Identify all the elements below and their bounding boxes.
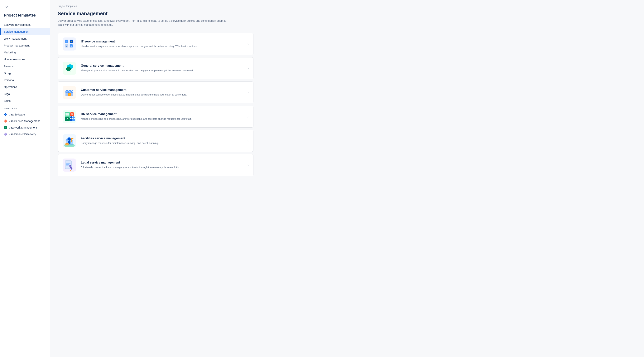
product-label-jira-product-discovery: Jira Product Discovery — [9, 133, 36, 136]
svg-text:☁: ☁ — [66, 40, 68, 43]
template-arrow-facilities-service-management: › — [248, 139, 249, 143]
product-item-jira-software[interactable]: Jira Software — [0, 111, 50, 118]
template-info-hr-service-management: HR service management Manage onboarding … — [81, 112, 244, 121]
sidebar-item-software-development[interactable]: Software development — [0, 21, 50, 28]
product-label-jira-software: Jira Software — [9, 113, 25, 116]
product-item-jira-work-management[interactable]: ✎ Jira Work Management — [0, 124, 50, 131]
sidebar-nav: Software developmentService managementWo… — [0, 21, 50, 104]
template-info-it-service-management: IT service management Handle service req… — [81, 40, 244, 48]
svg-text:A: A — [71, 45, 72, 47]
template-card-hr-service-management[interactable]: ✕ ✓ HR service management Manage onboard… — [58, 106, 254, 128]
sidebar-item-product-management[interactable]: Product management — [0, 42, 50, 49]
template-desc-hr-service-management: Manage onboarding and offboarding, answe… — [81, 117, 215, 121]
product-label-jira-work-management: Jira Work Management — [9, 126, 37, 129]
template-arrow-customer-service-management: › — [248, 91, 249, 95]
template-card-legal-service-management[interactable]: Legal service management Effortlessly cr… — [58, 154, 254, 176]
template-arrow-hr-service-management: › — [248, 115, 249, 119]
sidebar-item-operations[interactable]: Operations — [0, 84, 50, 91]
template-info-customer-service-management: Customer service management Deliver grea… — [81, 88, 244, 97]
template-info-general-service-management: General service management Manage all yo… — [81, 64, 244, 73]
template-name-general-service-management: General service management — [81, 64, 244, 68]
sidebar: ✕ Project templates Software development… — [0, 0, 50, 357]
sidebar-close-section: ✕ — [0, 4, 50, 13]
template-list: ☁ ⚡ ✓ A IT service management Handle ser… — [58, 33, 254, 176]
template-desc-customer-service-management: Deliver great service experiences fast w… — [81, 93, 215, 97]
svg-point-41 — [70, 116, 72, 119]
template-card-general-service-management[interactable]: General service management Manage all yo… — [58, 57, 254, 79]
main-content: Project templates Service management Del… — [50, 0, 644, 357]
sidebar-title: Project templates — [0, 13, 50, 21]
svg-rect-53 — [71, 138, 72, 142]
svg-rect-62 — [66, 163, 70, 164]
svg-rect-36 — [66, 113, 69, 114]
svg-point-26 — [68, 69, 69, 69]
sidebar-item-marketing[interactable]: Marketing — [0, 49, 50, 56]
template-desc-it-service-management: Handle service requests, resolve inciden… — [81, 44, 215, 48]
template-name-customer-service-management: Customer service management — [81, 88, 244, 92]
svg-rect-63 — [66, 164, 69, 165]
close-icon: ✕ — [5, 5, 8, 10]
template-arrow-it-service-management: › — [248, 42, 249, 46]
template-icon-facilities-service-management — [62, 134, 76, 148]
template-info-facilities-service-management: Facilities service management Easily man… — [81, 137, 244, 145]
svg-rect-33 — [68, 94, 70, 95]
product-item-jira-service-management[interactable]: Jira Service Management — [0, 118, 50, 124]
template-name-it-service-management: IT service management — [81, 40, 244, 43]
sidebar-item-human-resources[interactable]: Human resources — [0, 56, 50, 63]
sidebar-item-personal[interactable]: Personal — [0, 77, 50, 84]
svg-rect-38 — [66, 116, 69, 116]
svg-rect-64 — [66, 165, 68, 166]
template-arrow-legal-service-management: › — [248, 163, 249, 167]
template-icon-customer-service-management — [62, 86, 76, 99]
template-desc-legal-service-management: Effortlessly create, track and manage yo… — [81, 165, 215, 169]
svg-rect-44 — [72, 119, 75, 121]
svg-rect-8 — [63, 38, 76, 51]
template-card-customer-service-management[interactable]: Customer service management Deliver grea… — [58, 82, 254, 103]
template-card-facilities-service-management[interactable]: Facilities service management Easily man… — [58, 130, 254, 152]
product-icon-jira-service-management — [4, 119, 7, 123]
page-description: Deliver great service experiences fast. … — [58, 19, 230, 27]
product-item-jira-product-discovery[interactable]: Jira Product Discovery — [0, 131, 50, 137]
svg-text:✎: ✎ — [5, 127, 6, 129]
svg-text:✓: ✓ — [66, 45, 68, 47]
template-card-it-service-management[interactable]: ☁ ⚡ ✓ A IT service management Handle ser… — [58, 33, 254, 55]
svg-point-28 — [70, 69, 71, 69]
svg-text:⚡: ⚡ — [70, 40, 72, 43]
svg-text:✓: ✓ — [66, 117, 68, 121]
sidebar-item-service-management[interactable]: Service management — [0, 28, 50, 35]
svg-point-27 — [69, 69, 70, 69]
product-icon-jira-work-management: ✎ — [4, 126, 7, 129]
product-label-jira-service-management: Jira Service Management — [9, 120, 40, 123]
template-info-legal-service-management: Legal service management Effortlessly cr… — [81, 161, 244, 169]
template-icon-legal-service-management — [62, 158, 76, 172]
breadcrumb: Project templates — [58, 5, 254, 8]
products-section-label: PRODUCTS — [0, 104, 50, 111]
template-name-legal-service-management: Legal service management — [81, 161, 244, 164]
template-desc-general-service-management: Manage all your service requests in one … — [81, 69, 215, 73]
template-icon-general-service-management — [62, 61, 76, 75]
svg-point-51 — [68, 138, 71, 141]
sidebar-item-work-management[interactable]: Work management — [0, 35, 50, 42]
sidebar-item-sales[interactable]: Sales — [0, 97, 50, 104]
svg-rect-37 — [66, 114, 69, 115]
sidebar-item-design[interactable]: Design — [0, 70, 50, 77]
svg-text:✕: ✕ — [71, 113, 73, 116]
product-icon-jira-product-discovery — [4, 132, 7, 136]
template-name-hr-service-management: HR service management — [81, 112, 244, 116]
template-desc-facilities-service-management: Easily manage requests for maintenance, … — [81, 141, 215, 145]
close-button[interactable]: ✕ — [4, 5, 9, 10]
template-name-facilities-service-management: Facilities service management — [81, 137, 244, 140]
product-icon-jira-software — [4, 113, 7, 116]
sidebar-item-legal[interactable]: Legal — [0, 91, 50, 97]
products-nav: Jira Software Jira Service Management ✎ … — [0, 111, 50, 137]
page-title: Service management — [58, 11, 254, 17]
svg-rect-61 — [66, 162, 70, 162]
template-icon-it-service-management: ☁ ⚡ ✓ A — [62, 37, 76, 51]
svg-point-43 — [72, 116, 75, 119]
template-arrow-general-service-management: › — [248, 66, 249, 70]
sidebar-item-finance[interactable]: Finance — [0, 63, 50, 70]
template-icon-hr-service-management: ✕ ✓ — [62, 110, 76, 124]
